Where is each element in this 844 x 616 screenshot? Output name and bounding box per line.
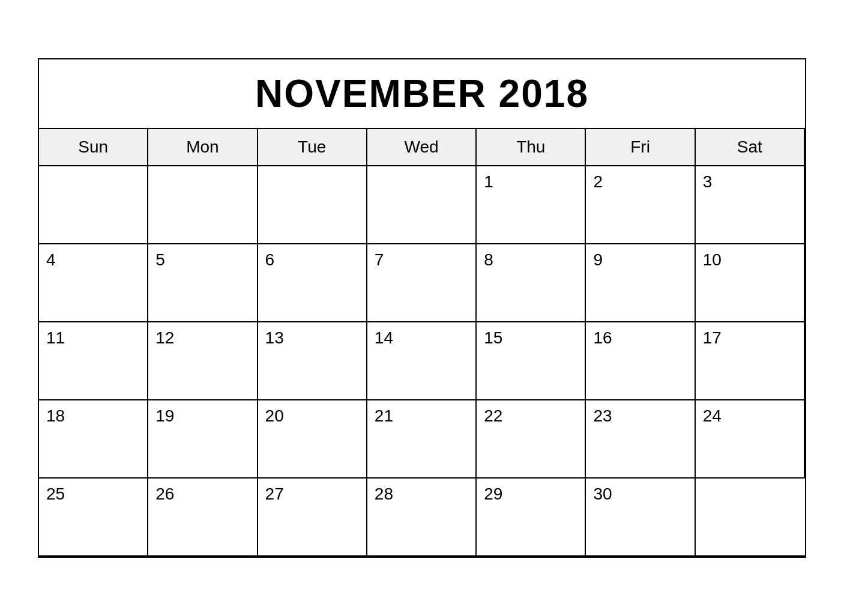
day-cell-4[interactable]: 4 — [39, 244, 148, 322]
day-header-mon: Mon — [148, 129, 258, 166]
empty-day-cell[interactable] — [39, 166, 148, 244]
day-cell-20[interactable]: 20 — [258, 400, 367, 479]
day-cell-21[interactable]: 21 — [367, 400, 477, 479]
day-header-thu: Thu — [477, 129, 586, 166]
day-cell-1[interactable]: 1 — [477, 166, 586, 244]
day-cell-27[interactable]: 27 — [258, 479, 367, 557]
day-cell-23[interactable]: 23 — [586, 400, 695, 479]
day-cell-17[interactable]: 17 — [696, 322, 805, 400]
day-header-wed: Wed — [367, 129, 477, 166]
empty-day-cell[interactable] — [696, 479, 805, 557]
day-cell-12[interactable]: 12 — [148, 322, 258, 400]
calendar: NOVEMBER 2018 SunMonTueWedThuFriSat12345… — [38, 58, 806, 558]
empty-day-cell[interactable] — [258, 166, 367, 244]
calendar-grid: SunMonTueWedThuFriSat1234567891011121314… — [39, 129, 805, 557]
day-cell-9[interactable]: 9 — [586, 244, 695, 322]
empty-day-cell[interactable] — [367, 166, 477, 244]
day-cell-11[interactable]: 11 — [39, 322, 148, 400]
empty-day-cell[interactable] — [148, 166, 258, 244]
day-cell-8[interactable]: 8 — [477, 244, 586, 322]
day-cell-19[interactable]: 19 — [148, 400, 258, 479]
day-cell-30[interactable]: 30 — [586, 479, 695, 557]
day-cell-6[interactable]: 6 — [258, 244, 367, 322]
day-cell-22[interactable]: 22 — [477, 400, 586, 479]
day-cell-28[interactable]: 28 — [367, 479, 477, 557]
day-cell-25[interactable]: 25 — [39, 479, 148, 557]
day-cell-3[interactable]: 3 — [696, 166, 805, 244]
calendar-title: NOVEMBER 2018 — [39, 59, 805, 129]
day-cell-24[interactable]: 24 — [696, 400, 805, 479]
day-cell-14[interactable]: 14 — [367, 322, 477, 400]
day-header-sun: Sun — [39, 129, 148, 166]
day-cell-13[interactable]: 13 — [258, 322, 367, 400]
day-cell-15[interactable]: 15 — [477, 322, 586, 400]
day-header-sat: Sat — [696, 129, 805, 166]
day-cell-10[interactable]: 10 — [696, 244, 805, 322]
day-cell-26[interactable]: 26 — [148, 479, 258, 557]
day-cell-16[interactable]: 16 — [586, 322, 695, 400]
day-cell-2[interactable]: 2 — [586, 166, 695, 244]
day-header-fri: Fri — [586, 129, 695, 166]
day-cell-18[interactable]: 18 — [39, 400, 148, 479]
day-cell-5[interactable]: 5 — [148, 244, 258, 322]
day-cell-7[interactable]: 7 — [367, 244, 477, 322]
day-header-tue: Tue — [258, 129, 367, 166]
day-cell-29[interactable]: 29 — [477, 479, 586, 557]
